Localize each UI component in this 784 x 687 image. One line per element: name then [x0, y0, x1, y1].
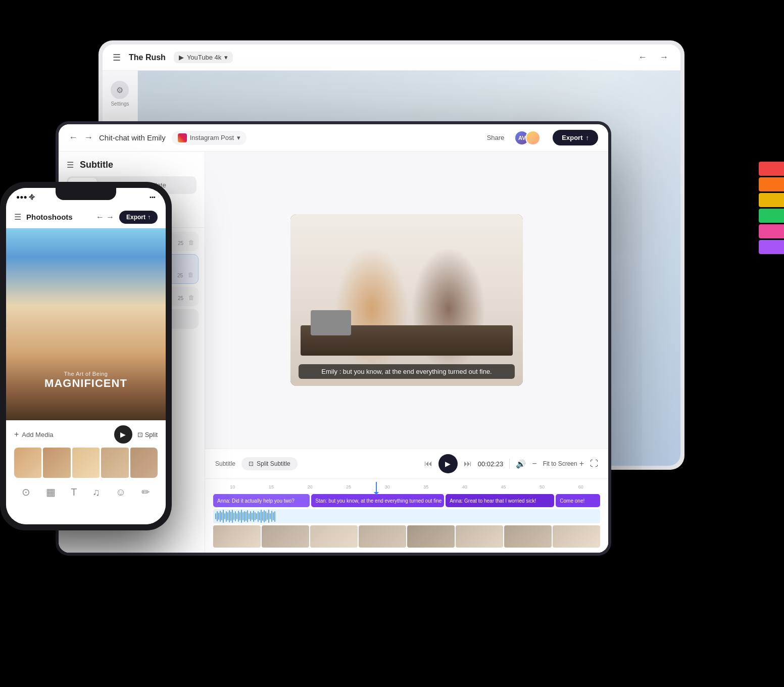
clip-2[interactable]: Stan: but you know, at the end everythin…	[311, 494, 444, 507]
share-label: Share	[487, 134, 505, 141]
phone-text-overlay: The Art of Being MAGNIFICENT	[6, 371, 166, 390]
wb	[223, 510, 224, 522]
back-settings-icon: ⚙	[111, 81, 129, 99]
platform-chevron: ▾	[237, 134, 240, 141]
phone-thumbnail-strip	[14, 448, 158, 478]
ruler-40: 40	[446, 484, 484, 489]
delete-btn-1[interactable]: 🗑	[188, 238, 194, 247]
back-nav-left[interactable]: ←	[638, 52, 647, 63]
phone-music-icon[interactable]: ♫	[92, 486, 100, 498]
time-display: 00:02:23	[478, 460, 504, 468]
wb	[241, 510, 242, 522]
clip-3[interactable]: Anna: Great to hear that I worried sick!	[446, 494, 554, 507]
color-swatch-green[interactable]	[759, 209, 784, 223]
tablet-platform-pill[interactable]: Instagram Post ▾	[172, 131, 247, 145]
phone-filter-icon[interactable]: ✏	[141, 486, 150, 498]
ruler-10: 10	[213, 484, 252, 489]
fit-screen-button[interactable]: Fit to Screen +	[543, 459, 584, 468]
phone-play-button[interactable]: ▶	[114, 425, 132, 444]
waveform	[213, 509, 600, 523]
thumb-7	[504, 525, 552, 548]
plus-btn[interactable]: +	[579, 459, 584, 468]
phone-add-media-button[interactable]: + Add Media	[14, 430, 109, 439]
wb	[220, 511, 221, 522]
wb	[249, 513, 250, 520]
color-swatch-pink[interactable]	[759, 224, 784, 238]
export-icon: ↑	[586, 134, 590, 141]
delete-btn-3[interactable]: 🗑	[188, 293, 194, 302]
playback-bar: Subtitle ⊡ Split Subtitle ⏮ ▶ ⏭ 00:	[205, 449, 608, 479]
minus-btn[interactable]: −	[532, 459, 536, 468]
wb	[238, 511, 239, 522]
wb	[236, 513, 237, 519]
wb	[259, 512, 260, 520]
subtitle-sidebar-row: ☰ Subtitle	[67, 160, 197, 170]
timeline-playhead[interactable]	[376, 482, 377, 492]
subtitle-menu-icon[interactable]: ☰	[67, 160, 74, 170]
tablet-nav-left[interactable]: ←	[69, 132, 78, 143]
video-image	[290, 214, 523, 386]
back-platform-badge[interactable]: ▶ YouTube 4k ▾	[174, 52, 233, 63]
color-swatch-orange[interactable]	[759, 177, 784, 191]
wb	[215, 513, 216, 519]
phone-inner: ●●● 令 ▪▪▪ ☰ Photoshoots ← → Export ↑ The…	[6, 188, 166, 524]
clip-1[interactable]: Anna: Did it actually help you two?	[213, 494, 310, 507]
phone-thumb-3	[72, 448, 100, 478]
phone-text-icon[interactable]: T	[71, 486, 77, 498]
wb	[227, 512, 228, 520]
ruler-45: 45	[484, 484, 523, 489]
phone-menu-icon[interactable]: ☰	[14, 212, 21, 222]
next-button[interactable]: ⏭	[464, 459, 472, 468]
phone-gallery-icon[interactable]: ▦	[46, 486, 56, 498]
phone-header: ☰ Photoshoots ← → Export ↑	[6, 206, 166, 228]
phone-nav: ← →	[96, 213, 114, 222]
phone-status-time: ●●● 令	[16, 193, 35, 202]
thumbnail-strip	[213, 525, 600, 548]
phone-status-icons: ▪▪▪	[150, 194, 156, 200]
tablet-nav-right[interactable]: →	[84, 132, 93, 143]
timeline-clips: Anna: Did it actually help you two? Stan…	[213, 494, 600, 507]
back-nav-right[interactable]: →	[659, 52, 668, 63]
clip-4[interactable]: Come one!	[556, 494, 600, 507]
wb	[242, 512, 243, 520]
phone: ●●● 令 ▪▪▪ ☰ Photoshoots ← → Export ↑ The…	[0, 182, 172, 530]
thumb-3	[310, 525, 358, 548]
export-button[interactable]: Export ↑	[553, 130, 598, 145]
video-area: Emily : but you know, at the end everyth…	[205, 152, 608, 553]
phone-actions: + Add Media ▶ ⊡ Split	[14, 425, 158, 444]
phone-split-button[interactable]: ⊡ Split	[137, 431, 158, 438]
instagram-icon	[178, 133, 187, 142]
wb	[239, 512, 240, 521]
phone-export-button[interactable]: Export ↑	[119, 211, 158, 224]
wb	[247, 510, 248, 522]
fullscreen-icon[interactable]: ⛶	[590, 459, 598, 468]
color-swatch-red[interactable]	[759, 162, 784, 176]
split-subtitle-button[interactable]: ⊡ Split Subtitle	[241, 457, 298, 470]
plus-icon: +	[14, 430, 19, 439]
prev-button[interactable]: ⏮	[424, 459, 432, 468]
back-menu-icon[interactable]: ☰	[113, 52, 121, 63]
wb	[250, 511, 251, 521]
wb	[229, 510, 230, 522]
phone-thumb-4	[101, 448, 128, 478]
delete-btn-2[interactable]: 🗑	[188, 271, 194, 279]
phone-photo-person	[6, 228, 166, 420]
wb	[226, 511, 227, 522]
phone-nav-left[interactable]: ←	[96, 213, 104, 222]
phone-home-icon[interactable]: ⊙	[22, 486, 30, 498]
phone-nav-right[interactable]: →	[106, 213, 114, 222]
phone-thumb-5	[130, 448, 158, 478]
women-scene	[290, 214, 523, 386]
phone-sticker-icon[interactable]: ☺	[116, 486, 126, 498]
wb	[267, 513, 268, 520]
color-swatch-purple[interactable]	[759, 240, 784, 254]
play-button[interactable]: ▶	[438, 454, 458, 473]
char-count-1: 25	[178, 240, 183, 247]
thumb-8	[553, 525, 600, 548]
thumb-5	[407, 525, 455, 548]
wb	[255, 512, 256, 521]
volume-icon[interactable]: 🔊	[516, 459, 526, 469]
wb	[268, 510, 269, 523]
color-swatch-yellow[interactable]	[759, 193, 784, 207]
video-subtitle-bar: Emily : but you know, at the end everyth…	[299, 364, 515, 379]
